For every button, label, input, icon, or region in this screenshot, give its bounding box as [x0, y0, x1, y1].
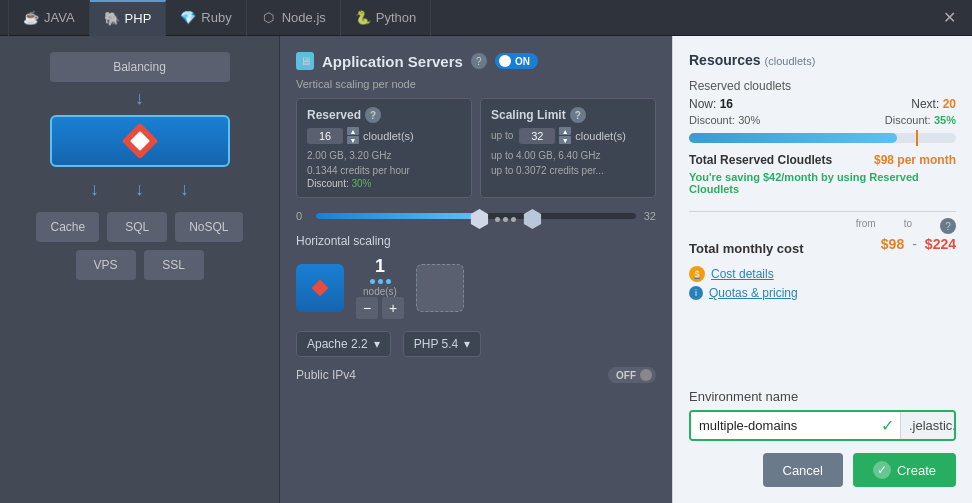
app-servers-title: Application Servers	[322, 53, 463, 70]
reserved-help-icon[interactable]: ?	[365, 107, 381, 123]
slider-track[interactable]	[316, 213, 636, 219]
now-label: Now:	[689, 97, 716, 111]
reserved-title: Reserved ?	[307, 107, 461, 123]
next-label: Next:	[911, 97, 939, 111]
reserved-cloudlets-input[interactable]: 16	[307, 128, 343, 144]
env-name-section: Environment name ✓ .jelastic.com	[689, 389, 956, 441]
close-button[interactable]: ✕	[935, 8, 964, 27]
app-servers-toggle[interactable]: ON	[495, 53, 538, 69]
tab-ruby[interactable]: 💎 Ruby	[166, 0, 246, 36]
toggle-on-label: ON	[515, 56, 530, 67]
scaling-limit-spin-down[interactable]: ▼	[559, 136, 571, 144]
chevron-down-icon-2: ▾	[464, 337, 470, 351]
nodejs-icon: ⬡	[261, 10, 277, 26]
middle-panel: 🖥 Application Servers ? ON Vertical scal…	[280, 36, 672, 503]
node-label: node(s)	[363, 286, 397, 297]
reserved-detail-2: 0.1344 credits per hour	[307, 163, 461, 178]
scaling-limit-title-text: Scaling Limit	[491, 108, 566, 122]
tab-python[interactable]: 🐍 Python	[341, 0, 431, 36]
ssl-button[interactable]: SSL	[144, 250, 204, 280]
php-node-box[interactable]	[50, 115, 230, 167]
tab-java[interactable]: ☕ JAVA	[8, 0, 90, 36]
tab-nodejs[interactable]: ⬡ Node.js	[247, 0, 341, 36]
balancing-button[interactable]: Balancing	[50, 52, 230, 82]
reserved-cloudlets-title: Reserved cloudlets	[689, 79, 956, 93]
create-button[interactable]: ✓ Create	[853, 453, 956, 487]
quotas-link[interactable]: i Quotas & pricing	[689, 286, 956, 300]
reserved-title-text: Reserved	[307, 108, 361, 122]
node-count-section: 1 node(s) − +	[356, 256, 404, 319]
total-reserved-value: $98 per month	[874, 153, 956, 167]
scaling-boxes: Reserved ? 16 ▲ ▼ cloudlet(s) 2.00 GB, 3…	[296, 98, 656, 198]
sql-button[interactable]: SQL	[107, 212, 167, 242]
scaling-limit-input[interactable]: 32	[519, 128, 555, 144]
divider-1	[689, 211, 956, 212]
node-minus-button[interactable]: −	[356, 297, 378, 319]
slider-thumb-limit[interactable]	[522, 209, 542, 229]
reserved-detail-1: 2.00 GB, 3.20 GHz	[307, 148, 461, 163]
reserved-spin-up[interactable]: ▲	[347, 127, 359, 135]
dot-2	[503, 217, 508, 222]
node-dot-2	[378, 279, 383, 284]
scaling-limit-spin-up[interactable]: ▲	[559, 127, 571, 135]
app-servers-help-icon[interactable]: ?	[471, 53, 487, 69]
create-label: Create	[897, 463, 936, 478]
val-to: $224	[925, 236, 956, 252]
now-next-row: Now: 16 Next: 20	[689, 97, 956, 111]
total-monthly-values: $98 - $224	[881, 236, 956, 252]
scaling-limit-help-icon[interactable]: ?	[570, 107, 586, 123]
saving-prefix: You're saving	[689, 171, 763, 183]
reserved-box: Reserved ? 16 ▲ ▼ cloudlet(s) 2.00 GB, 3…	[296, 98, 472, 198]
discount-next: Discount: 35%	[885, 113, 956, 127]
dash: -	[912, 236, 917, 252]
progress-bar	[689, 133, 956, 143]
cost-details-link[interactable]: $ Cost details	[689, 266, 956, 282]
python-icon: 🐍	[355, 10, 371, 26]
toggle-circle	[499, 55, 511, 67]
php-version-select[interactable]: PHP 5.4 ▾	[403, 331, 481, 357]
reserved-spin-down[interactable]: ▼	[347, 136, 359, 144]
vertical-scaling-label: Vertical scaling per node	[296, 78, 656, 90]
next-section: Next: 20	[911, 97, 956, 111]
scaling-slider[interactable]: 0 32	[296, 210, 656, 222]
tab-ruby-label: Ruby	[201, 10, 231, 25]
toggle-circle-off	[640, 369, 652, 381]
now-section: Now: 16	[689, 97, 733, 111]
chevron-down-icon: ▾	[374, 337, 380, 351]
cancel-button[interactable]: Cancel	[763, 453, 843, 487]
php-version-label: PHP 5.4	[414, 337, 458, 351]
node-plus-button[interactable]: +	[382, 297, 404, 319]
discount-next-value: 35%	[934, 114, 956, 126]
help-icon-total[interactable]: ?	[940, 218, 956, 234]
left-panel: Balancing ↓ ↓ ↓ ↓ Cache SQL NoSQL VPS SS…	[0, 36, 280, 503]
cost-details-label: Cost details	[711, 267, 774, 281]
slider-fill	[316, 213, 476, 219]
java-icon: ☕	[23, 10, 39, 26]
env-name-row: ✓ .jelastic.com	[689, 410, 956, 441]
reserved-discount: Discount: 30%	[307, 178, 461, 189]
ipv4-toggle[interactable]: OFF	[608, 367, 656, 383]
right-panel: Resources (cloudlets) Reserved cloudlets…	[672, 36, 972, 503]
env-name-input[interactable]	[691, 412, 875, 439]
bottom-row-2: VPS SSL	[76, 250, 204, 280]
scaling-limit-detail-1: up to 4.00 GB, 6.40 GHz	[491, 148, 645, 163]
dot-3	[511, 217, 516, 222]
vps-button[interactable]: VPS	[76, 250, 136, 280]
total-reserved-row: Total Reserved Cloudlets $98 per month	[689, 153, 956, 167]
node-dot-1	[370, 279, 375, 284]
ipv4-row: Public IPv4 OFF	[296, 367, 656, 383]
env-name-label: Environment name	[689, 389, 956, 404]
nosql-button[interactable]: NoSQL	[175, 212, 242, 242]
from-header-label: from	[856, 218, 876, 234]
horizontal-scaling-section: Horizontal scaling 1 node(s)	[296, 234, 656, 319]
server-type-select[interactable]: Apache 2.2 ▾	[296, 331, 391, 357]
cache-button[interactable]: Cache	[36, 212, 99, 242]
node-pencil-icon	[312, 279, 329, 296]
ipv4-label: Public IPv4	[296, 368, 356, 382]
reserved-spinner: ▲ ▼	[347, 127, 359, 144]
up-to-prefix: up to	[491, 130, 513, 141]
slider-thumb-reserved[interactable]	[469, 209, 489, 229]
info-icon: i	[689, 286, 703, 300]
tab-php[interactable]: 🐘 PHP	[90, 0, 167, 36]
horizontal-scaling-content: 1 node(s) − +	[296, 256, 656, 319]
